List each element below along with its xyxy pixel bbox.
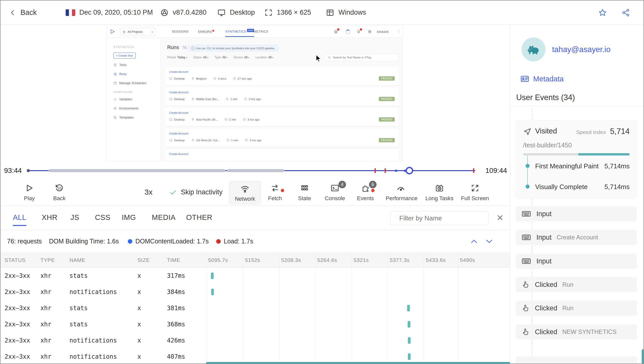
tab-sessions[interactable]: SESSIONS <box>172 30 188 33</box>
monitor-icon <box>169 77 172 80</box>
filter-type[interactable]: TypeAll▾ <box>214 56 228 59</box>
sidebar-item-manage-schedules[interactable]: Manage Schedules <box>113 81 161 85</box>
sidebar-item-variables[interactable]: Variables <box>113 98 161 101</box>
filter-period[interactable]: PeriodToday▾ <box>167 56 187 59</box>
metadata-button[interactable]: Metadata <box>520 74 564 83</box>
runs-search-input[interactable] <box>333 56 396 59</box>
search-icon <box>395 214 396 222</box>
playhead[interactable] <box>406 167 413 174</box>
click-event-card[interactable]: Clicked Run <box>516 277 637 292</box>
filter-status[interactable]: StatusAll▾ <box>193 56 208 59</box>
settings-button[interactable] <box>367 29 372 34</box>
tab-errors-label: ERRORS <box>198 30 212 34</box>
run-card[interactable]: Create Account <box>165 149 399 161</box>
visited-event-card[interactable]: Visited Speed Index 5,714 /test-builder/… <box>516 120 637 198</box>
operating-system-label: Windows <box>338 9 366 16</box>
full-screen-button[interactable]: Full Screen <box>460 183 490 202</box>
event-card-partial[interactable] <box>516 356 637 364</box>
fetch-panel-button[interactable]: Fetch <box>260 183 290 202</box>
run-device: Desktop <box>174 77 185 80</box>
tab-img[interactable]: IMG <box>122 213 136 222</box>
horizontal-scrollbar[interactable] <box>206 362 510 364</box>
kebab-menu-icon[interactable]: ⋮ <box>397 29 401 34</box>
tab-other[interactable]: OTHER <box>186 213 212 222</box>
run-name-link[interactable]: Create Account <box>169 111 188 114</box>
run-name-link[interactable]: Create Account <box>169 91 188 94</box>
console-panel-button[interactable]: 4 Console <box>320 183 350 202</box>
pointer-hand-icon <box>521 328 530 336</box>
sidebar-item-runs[interactable]: Runs <box>113 72 161 76</box>
run-name-link[interactable]: Create Account <box>169 152 188 155</box>
event-marker[interactable] <box>385 168 386 173</box>
player-timeline[interactable]: 93:44 109:44 <box>1 162 510 179</box>
request-row[interactable]: 2xx–3xx xhr stats x 368ms <box>1 316 510 332</box>
braces-icon <box>113 98 117 101</box>
tab-synthetics-label: SYNTHETICS <box>225 30 246 33</box>
request-row[interactable]: 2xx–3xx xhr notifications x 384ms <box>1 284 510 300</box>
run-card[interactable]: Create Account Desktop Belgium 4 secs 27… <box>165 67 399 85</box>
request-row[interactable]: 2xx–3xx xhr notifications x 426ms <box>1 332 510 349</box>
close-panel-button[interactable]: × <box>497 212 503 224</box>
runs-search[interactable] <box>325 54 399 61</box>
tab-synthetics[interactable]: SYNTHETICSNEW <box>225 30 254 34</box>
run-time-ago: 3 hrs ago <box>249 98 261 101</box>
back-10s-button[interactable]: 10 Back <box>44 183 75 202</box>
app-content: Runs 76 Use our CLI to include your Synt… <box>161 38 402 161</box>
notifications-button[interactable] <box>356 29 361 34</box>
rewards-button[interactable] <box>334 29 338 34</box>
jump-prev-button chevron-up-icon[interactable] <box>470 237 478 246</box>
jump-next-button chevron-down-icon[interactable] <box>485 237 493 246</box>
event-marker[interactable] <box>473 168 474 173</box>
request-row[interactable]: 2xx–3xx xhr stats x 317ms <box>1 268 510 284</box>
vertical-scrollbar[interactable] <box>642 349 644 364</box>
event-marker[interactable] <box>375 168 376 173</box>
user-menu[interactable]: KRAIEM <box>377 30 388 33</box>
run-location: Asia Pacific (M... <box>196 118 218 121</box>
tab-css[interactable]: CSS <box>95 213 110 222</box>
share-button[interactable] <box>621 1 630 25</box>
dom-content-loaded: DOMContentLoaded: 1.7s <box>135 238 209 245</box>
event-dot[interactable] <box>395 170 397 172</box>
events-panel-button[interactable]: 6 Events <box>350 183 381 202</box>
sidebar-item-environments[interactable]: Environments <box>113 107 161 110</box>
skip-inactivity-toggle[interactable]: Skip Inactivity <box>169 188 222 196</box>
run-name-link[interactable]: Create Account <box>169 132 188 135</box>
tab-metrics[interactable]: METRICS <box>254 30 268 33</box>
run-card[interactable]: Create Account Desktop Middle East (Ba..… <box>165 87 399 106</box>
back-button[interactable]: Back <box>9 1 37 25</box>
speed-toggle[interactable]: 3x <box>144 188 153 196</box>
play-button[interactable]: Play <box>14 183 44 202</box>
clock-icon <box>226 97 229 101</box>
long-tasks-panel-button[interactable]: Long Tasks <box>424 183 455 202</box>
tab-media[interactable]: MEDIA <box>152 213 176 222</box>
run-name-link[interactable]: Create Account <box>169 70 188 73</box>
performance-panel-button[interactable]: Performance <box>386 183 416 202</box>
filter-by-name-field[interactable] <box>390 211 489 225</box>
input-event-card[interactable]: Input Create Account <box>516 230 637 245</box>
network-panel-button[interactable]: Network <box>229 181 261 204</box>
run-card[interactable]: Create Account Desktop Asia Pacific (M..… <box>165 108 399 126</box>
favorite-button[interactable] <box>598 1 607 25</box>
filter-location[interactable]: LocationAll▾ <box>256 56 274 59</box>
sidebar-item-templates[interactable]: Templates <box>113 116 161 119</box>
request-row[interactable]: 2xx–3xx xhr notifications x 407ms <box>1 349 510 364</box>
project-selector[interactable]: All Projects ▾ <box>120 28 155 36</box>
sidebar-item-tests[interactable]: Tests <box>113 63 161 67</box>
session-date: Dec 09, 2020, 05:10 PM <box>66 1 153 25</box>
tab-errors[interactable]: ERRORS <box>198 30 214 34</box>
state-panel-button[interactable]: State <box>289 183 320 202</box>
input-event-card[interactable]: Input <box>516 206 637 221</box>
create-test-button[interactable]: + Create Test <box>113 53 136 59</box>
filter-by-name-input[interactable] <box>399 214 484 222</box>
input-event-card[interactable]: Input <box>516 254 637 269</box>
run-card[interactable]: Create Account Desktop US West (N. Cal..… <box>165 129 399 147</box>
request-size: x <box>137 353 141 360</box>
tab-xhr[interactable]: XHR <box>42 213 58 222</box>
tab-all[interactable]: ALL <box>13 213 26 226</box>
cli-link[interactable]: CLI <box>207 47 211 50</box>
tab-js[interactable]: JS <box>70 213 79 222</box>
click-event-card[interactable]: Clicked Run <box>516 301 637 316</box>
filter-device[interactable]: DeviceAll▾ <box>234 56 250 59</box>
click-event-card[interactable]: Clicked NEW SYNTHETICS <box>516 324 637 339</box>
request-row[interactable]: 2xx–3xx xhr stats x 381ms <box>1 300 510 316</box>
